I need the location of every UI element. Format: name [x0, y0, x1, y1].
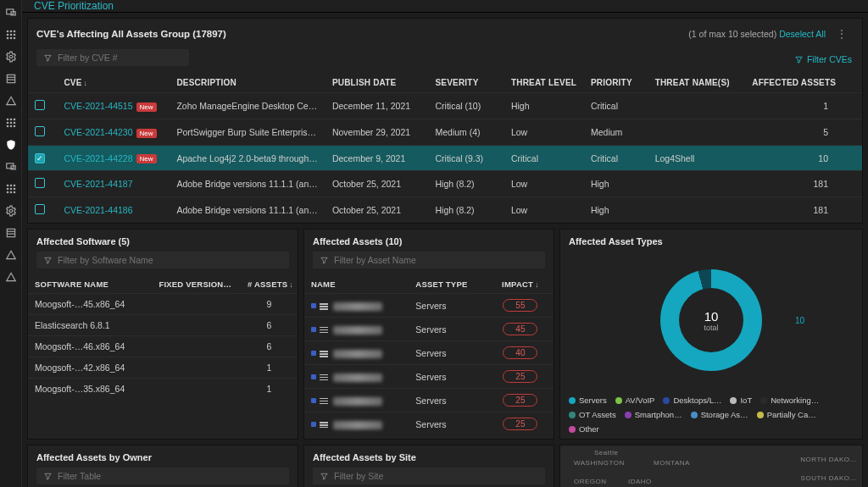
svg-point-10: [13, 37, 15, 40]
cell-aa[interactable]: 181: [745, 197, 862, 224]
device-icon[interactable]: [5, 7, 17, 19]
a-col-type[interactable]: ASSET TYPE: [409, 275, 487, 294]
list2-icon[interactable]: [5, 227, 17, 239]
row-checkbox[interactable]: [35, 178, 45, 188]
device2-icon[interactable]: [5, 161, 17, 173]
owner-filter[interactable]: [36, 468, 289, 484]
map-label: MONTANA: [654, 459, 690, 467]
table-row[interactable]: CVE-2021-44230NewPortSwigger Burp Suite …: [28, 119, 862, 146]
legend-item[interactable]: Networking…: [760, 396, 819, 405]
table-row[interactable]: Servers45: [304, 318, 554, 341]
filter-cves-link[interactable]: Filter CVEs: [794, 54, 862, 64]
cve-link[interactable]: CVE-2021-44186: [64, 205, 132, 215]
gear-icon[interactable]: [5, 51, 17, 63]
sw-col-assets[interactable]: # ASSETS↓: [241, 275, 298, 294]
col-affected[interactable]: AFFECTED ASSETS: [745, 73, 862, 93]
sw-assets[interactable]: 1: [241, 357, 298, 379]
sw-col-name[interactable]: SOFTWARE NAME: [28, 275, 152, 294]
deselect-all-link[interactable]: Deselect All: [779, 29, 826, 39]
table-row[interactable]: Servers25: [304, 365, 554, 389]
sw-name: Moogsoft-…42.x86_64: [28, 357, 152, 379]
table-row[interactable]: Elasticsearch 6.8.16: [28, 315, 298, 336]
table-row[interactable]: Servers40: [304, 341, 554, 365]
cve-link[interactable]: CVE-2021-44187: [64, 179, 132, 189]
cell-aa[interactable]: 10: [745, 146, 862, 171]
sw-assets[interactable]: 6: [241, 315, 298, 336]
grid3-icon[interactable]: [5, 183, 17, 195]
col-prio[interactable]: PRIORITY: [584, 73, 648, 93]
legend-item[interactable]: Storage As…: [691, 410, 748, 419]
table-row[interactable]: Moogsoft-…45.x86_649: [28, 294, 298, 315]
row-checkbox[interactable]: [35, 126, 45, 136]
site-filter[interactable]: [313, 468, 545, 484]
a-col-impact[interactable]: IMPACT↓: [487, 275, 554, 294]
grid-icon[interactable]: [5, 29, 17, 41]
cell-aa[interactable]: 5: [745, 119, 862, 146]
col-threatname[interactable]: THREAT NAME(S): [648, 73, 746, 93]
col-cve[interactable]: CVE↓: [57, 73, 170, 93]
legend-item[interactable]: Desktops/L…: [663, 396, 721, 405]
triangle-icon[interactable]: [5, 95, 17, 107]
triangle3-icon[interactable]: [5, 271, 17, 283]
cell-desc: Adobe Bridge versions 11.1.1 (and earlie…: [170, 197, 325, 224]
col-sev[interactable]: SEVERITY: [428, 73, 504, 93]
grid2-icon[interactable]: [5, 117, 17, 129]
row-checkbox[interactable]: ✓: [35, 153, 45, 163]
list-icon[interactable]: [5, 73, 17, 85]
legend-item[interactable]: IoT: [730, 396, 752, 405]
legend-item[interactable]: AV/VoIP: [615, 396, 655, 405]
redacted-name: [333, 302, 382, 311]
map-label: WASHINGTON: [574, 459, 625, 467]
sw-name: Elasticsearch 6.8.1: [28, 315, 152, 336]
table-row[interactable]: CVE-2021-44187Adobe Bridge versions 11.1…: [28, 171, 862, 197]
col-desc[interactable]: DESCRIPTION: [170, 73, 325, 93]
row-checkbox[interactable]: [35, 100, 45, 110]
table-row[interactable]: Servers25: [304, 412, 554, 436]
cell-prio: Medium: [584, 119, 648, 146]
sw-assets[interactable]: 9: [241, 294, 298, 315]
table-row[interactable]: Servers55: [304, 294, 554, 318]
table-row[interactable]: Servers25: [304, 389, 554, 412]
sw-col-fixed[interactable]: FIXED VERSION…: [152, 275, 241, 294]
legend-label: IoT: [740, 396, 752, 405]
cell-aa[interactable]: 1: [745, 93, 862, 119]
map-label: NORTH DAKO…: [800, 456, 857, 463]
col-pub[interactable]: PUBLISH DATE: [326, 73, 429, 93]
swatch-icon: [569, 397, 576, 404]
legend-label: Smartphon…: [635, 410, 682, 419]
triangle2-icon[interactable]: [5, 249, 17, 261]
a-name: [304, 294, 409, 318]
legend-item[interactable]: Smartphon…: [625, 410, 682, 419]
col-threat[interactable]: THREAT LEVEL: [504, 73, 584, 93]
cve-link[interactable]: CVE-2021-44515: [64, 101, 132, 111]
new-badge: New: [136, 129, 157, 138]
table-row[interactable]: Moogsoft-…46.x86_646: [28, 336, 298, 357]
table-row[interactable]: Moogsoft-…35.x86_641: [28, 379, 298, 400]
cell-threat: Low: [504, 119, 584, 146]
cve-link[interactable]: CVE-2021-44228: [64, 153, 132, 163]
shield-icon[interactable]: [5, 139, 17, 151]
legend-item[interactable]: OT Assets: [569, 410, 616, 419]
software-filter[interactable]: [36, 252, 289, 268]
cell-pub: October 25, 2021: [326, 197, 429, 224]
table-row[interactable]: CVE-2021-44515NewZoho ManageEngine Deskt…: [28, 93, 862, 119]
row-checkbox[interactable]: [35, 204, 45, 214]
table-row[interactable]: CVE-2021-44186Adobe Bridge versions 11.1…: [28, 197, 862, 224]
assets-filter[interactable]: [313, 252, 545, 268]
legend-item[interactable]: Partially Ca…: [757, 410, 816, 419]
gear2-icon[interactable]: [5, 205, 17, 217]
legend-item[interactable]: Other: [569, 424, 599, 434]
a-col-name[interactable]: NAME: [304, 275, 409, 294]
cell-aa[interactable]: 181: [745, 171, 862, 197]
more-menu-icon[interactable]: ⋮: [831, 25, 854, 42]
cve-link[interactable]: CVE-2021-44230: [64, 127, 132, 137]
legend-item[interactable]: Servers: [569, 396, 607, 405]
sw-assets[interactable]: 6: [241, 336, 298, 357]
redacted-name: [333, 374, 382, 382]
map-panel[interactable]: Seattle WASHINGTON MONTANA NORTH DAKO… O…: [559, 445, 863, 487]
table-row[interactable]: ✓CVE-2021-44228NewApache Log4j2 2.0-beta…: [28, 146, 862, 171]
a-name: [304, 318, 409, 341]
cve-filter-input[interactable]: [36, 49, 189, 66]
sw-assets[interactable]: 1: [241, 379, 298, 400]
table-row[interactable]: Moogsoft-…42.x86_641: [28, 357, 298, 379]
